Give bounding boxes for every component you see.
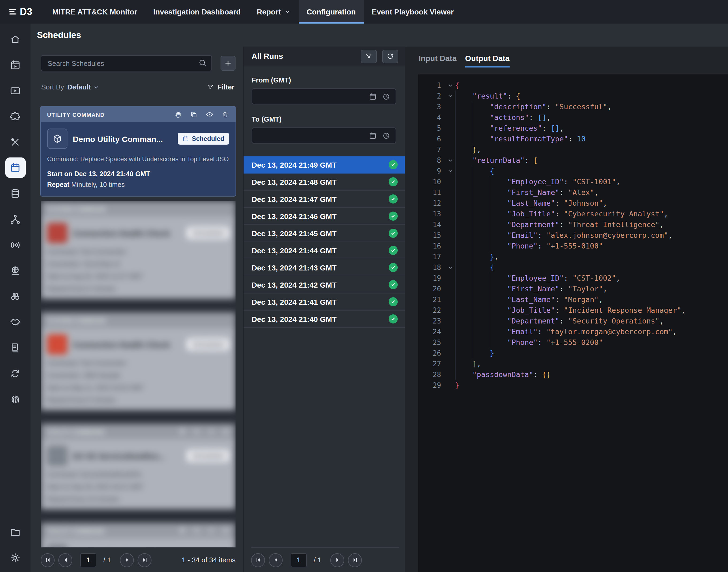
next-page-button[interactable] [120,553,134,567]
blurred-schedule-card[interactable]: UTILITY COMMANDD3 VE ServiceNowRes...Sch… [41,424,236,509]
output-panel: Input Data Output Data 1{2"result": {3"d… [405,47,728,572]
sidebar-item-database[interactable] [5,183,25,204]
run-list-item[interactable]: Dec 13, 2024 21:40 GMT [244,311,405,328]
eye-icon[interactable] [206,110,214,118]
last-page-button[interactable] [348,553,362,567]
fold-chevron-icon[interactable] [446,157,455,163]
tab-input-data[interactable]: Input Data [419,54,457,66]
fold-chevron-icon[interactable] [446,264,455,270]
sidebar-item-globe[interactable] [5,260,25,281]
nav-item-event-playbook-viewer[interactable]: Event Playbook Viewer [364,0,462,23]
run-list-item[interactable]: Dec 13, 2024 21:47 GMT [244,191,405,208]
clock-icon[interactable] [382,92,390,100]
filter-button[interactable]: Filter [207,83,234,91]
json-output-viewer[interactable]: 1{2"result": {3"description": "Successfu… [418,74,728,572]
sort-by-dropdown[interactable]: Default [67,83,99,91]
run-time: Dec 13, 2024 21:42 GMT [252,280,337,289]
sidebar-item-calendar-play[interactable] [5,55,25,75]
sidebar-item-fingerprint[interactable] [5,389,25,409]
line-number: 7 [418,145,446,153]
video-icon [10,85,21,96]
fold-chevron-icon[interactable] [446,82,455,88]
to-date-field: To (GMT) [252,115,396,144]
chevron-down-icon [93,84,99,90]
scheduled-status-badge: Scheduled [178,133,229,145]
sidebar-item-doc-edit[interactable] [5,338,25,358]
success-check-icon [389,263,398,272]
sidebar-item-folder[interactable] [5,522,25,542]
hold-hand-icon[interactable] [174,110,182,118]
sidebar-item-broadcast[interactable] [5,234,25,255]
nav-item-investigation-dashboard[interactable]: Investigation Dashboard [145,0,249,23]
sidebar-item-sync[interactable] [5,363,25,383]
fold-chevron-icon[interactable] [446,93,455,99]
last-page-button[interactable] [138,553,152,567]
search-icon[interactable] [198,58,207,68]
next-page-button[interactable] [331,553,344,567]
previous-page-button[interactable] [269,553,282,567]
sidebar-item-video[interactable] [5,80,25,101]
sidebar-item-handshake[interactable] [5,312,25,332]
handshake-icon [10,316,21,328]
blurred-schedule-card[interactable]: SYSTEM COMMANDConnection Health CheckSch… [41,312,236,410]
sidebar-item-tools[interactable] [5,132,25,152]
run-list-item[interactable]: Dec 13, 2024 21:41 GMT [244,293,405,311]
page-total-label: / 1 [103,556,111,564]
page-number-input[interactable] [80,553,96,567]
sort-row: Sort By Default Filter [41,83,234,91]
calendar-icon[interactable] [369,132,377,140]
nav-item-report[interactable]: Report [249,0,299,23]
run-list-item[interactable]: Dec 13, 2024 21:49 GMT [244,156,405,173]
sidebar-item-gear[interactable] [5,547,25,568]
runs-pagination: / 1 [251,547,399,572]
runs-filter-button[interactable] [361,50,377,63]
from-date-input[interactable] [252,88,396,104]
search-schedules-input[interactable] [41,55,212,71]
add-schedule-button[interactable] [221,56,236,71]
line-number: 2 [418,92,446,100]
run-list-item[interactable]: Dec 13, 2024 21:44 GMT [244,242,405,259]
all-runs-panel: All Runs From (GMT) To (GMT) [243,47,405,572]
nav-item-label: Configuration [307,7,356,16]
run-list-item[interactable]: Dec 13, 2024 21:43 GMT [244,259,405,276]
sidebar-item-binoculars[interactable] [5,286,25,306]
tab-output-data[interactable]: Output Data [465,54,509,68]
run-list-item[interactable]: Dec 13, 2024 21:42 GMT [244,276,405,293]
code-line: 27], [418,358,728,369]
page-title: Schedules [37,30,81,40]
next-page-icon [334,557,341,563]
run-time: Dec 13, 2024 21:40 GMT [252,315,337,323]
code-line: 20"First_Name": "Taylor", [418,283,728,294]
calendar-icon[interactable] [369,92,377,100]
run-list-item[interactable]: Dec 13, 2024 21:46 GMT [244,208,405,225]
line-number: 10 [418,177,446,186]
sidebar-item-home[interactable] [5,29,25,49]
schedule-card[interactable]: UTILITY COMMAND Demo Utility Comman... [41,106,236,196]
copy-icon[interactable] [190,110,197,118]
first-page-button[interactable] [251,553,265,567]
sidebar-item-hierarchy[interactable] [5,209,25,229]
d3-logo[interactable]: D3 [0,0,44,23]
scheduled-badge-label: Scheduled [192,135,224,142]
runs-refresh-button[interactable] [382,50,398,63]
trash-icon[interactable] [222,110,229,118]
sidebar-item-calendar[interactable] [5,157,25,178]
blurred-schedule-card[interactable]: UTILITY COMMANDDemo Utility Comman... [41,523,236,547]
nav-item-configuration[interactable]: Configuration [299,0,364,23]
first-page-button[interactable] [41,553,55,567]
previous-page-button[interactable] [58,553,72,567]
line-number: 14 [418,220,446,228]
page-number-input[interactable] [291,553,307,567]
blurred-schedule-card[interactable]: SYSTEM COMMANDConnection Health CheckSch… [41,201,236,299]
main-nav: MITRE ATT&CK MonitorInvestigation Dashbo… [44,0,462,23]
to-gmt-label: To (GMT) [252,115,396,123]
to-date-input[interactable] [252,128,396,144]
sidebar-item-puzzle[interactable] [5,106,25,126]
nav-item-mitre-att-ck-monitor[interactable]: MITRE ATT&CK Monitor [44,0,145,23]
run-list-item[interactable]: Dec 13, 2024 21:45 GMT [244,225,405,242]
fold-chevron-icon[interactable] [446,168,455,174]
run-list-item[interactable]: Dec 13, 2024 21:48 GMT [244,173,405,191]
success-check-icon [389,177,398,187]
doc-edit-icon [10,342,21,353]
clock-icon[interactable] [382,132,390,140]
